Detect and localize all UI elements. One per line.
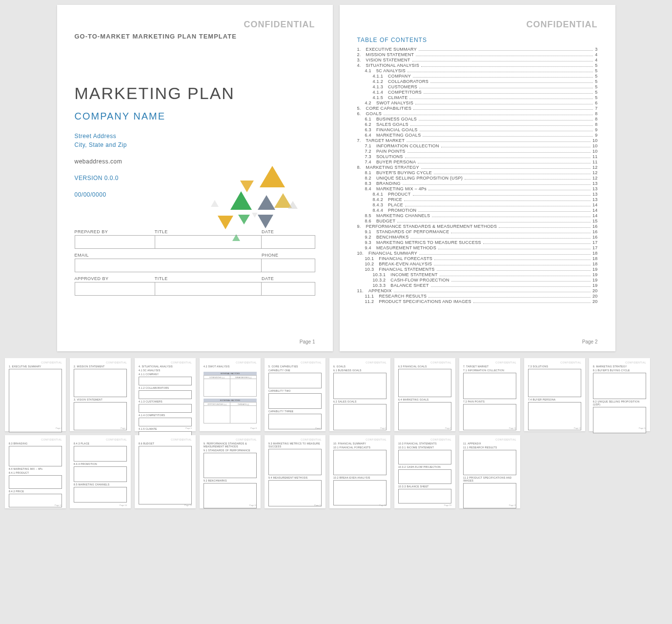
thumb-page-number: Page 16: [249, 504, 257, 506]
toc-label: INFORMATION COLLECTION: [376, 143, 439, 148]
toc-entry[interactable]: 2.MISSION STATEMENT4: [357, 52, 598, 57]
toc-leader: [424, 93, 593, 94]
toc-entry[interactable]: 11.2PRODUCT SPECIFICATIONS AND IMAGES20: [357, 299, 598, 304]
toc-leader: [394, 292, 591, 292]
page-thumbnail[interactable]: CONFIDENTIAL10.3 FINANCIAL STATEMENTS10.…: [394, 435, 455, 508]
toc-entry[interactable]: 8.4.3PLACE14: [357, 202, 598, 207]
page-thumbnail[interactable]: CONFIDENTIAL4.2 SWOT ANALYSISINTERNAL FA…: [200, 358, 261, 431]
toc-entry[interactable]: 10.3.2CASH-FLOW PROJECTION19: [357, 277, 598, 282]
thumb-page-number: Page 17: [314, 504, 322, 506]
page-thumbnail[interactable]: CONFIDENTIAL9.3 MARKETING METRICS TO MEA…: [265, 435, 326, 508]
page-thumbnail[interactable]: CONFIDENTIAL8.6 BUDGETPage 15: [135, 435, 196, 508]
page-thumbnail[interactable]: CONFIDENTIAL11. APPENDIX11.1 RESEARCH RE…: [459, 435, 520, 508]
page-thumbnail[interactable]: CONFIDENTIAL6.3 FINANCIAL GOALS6.4 MARKE…: [394, 358, 455, 431]
toc-entry[interactable]: 4.1.5CLIMATE5: [357, 95, 598, 100]
toc-entry[interactable]: 8.3BRANDING13: [357, 181, 598, 186]
toc-entry[interactable]: 9.PERFORMANCE STANDARDS & MEASUREMENT ME…: [357, 223, 598, 229]
page-thumbnail[interactable]: CONFIDENTIAL1. EXECUTIVE SUMMARYPage 3: [5, 358, 66, 431]
toc-entry[interactable]: 8.4MARKETING MIX – 4Ps13: [357, 186, 598, 191]
toc-entry[interactable]: 8.2UNIQUE SELLING PROPOSITION (USP)12: [357, 175, 598, 181]
toc-entry[interactable]: 8.1BUYER'S BUYING CYCLE12: [357, 170, 598, 175]
page-thumbnail[interactable]: CONFIDENTIAL6. GOALS6.1 BUSINESS GOALS6.…: [329, 358, 390, 431]
toc-entry[interactable]: 8.5MARKETING CHANNELS14: [357, 213, 598, 218]
toc-entry[interactable]: 8.MARKETING STRATEGY12: [357, 164, 598, 170]
toc-entry[interactable]: 4.1.4COMPETITORS5: [357, 89, 598, 95]
page-thumbnail[interactable]: CONFIDENTIAL7. TARGET MARKET7.1 INFORMAT…: [459, 358, 520, 431]
page-thumbnail[interactable]: CONFIDENTIAL10. FINANCIAL SUMMARY10.1 FI…: [329, 435, 390, 508]
toc-entry[interactable]: 4.SITUATIONAL ANALYSIS5: [357, 62, 598, 68]
toc-entry[interactable]: 7.3SOLUTIONS11: [357, 154, 598, 159]
toc-page: 16: [592, 235, 598, 240]
page-thumbnail[interactable]: CONFIDENTIAL2. MISSION STATEMENT3. VISIO…: [70, 358, 131, 431]
toc-entry[interactable]: 8.4.2PRICE13: [357, 197, 598, 202]
toc-entry[interactable]: 7.4BUYER PERSONA11: [357, 159, 598, 164]
toc-label: BUYER'S BUYING CYCLE: [376, 170, 432, 175]
toc-leader: [415, 104, 593, 104]
toc-entry[interactable]: 11.APPENDIX20: [357, 288, 598, 293]
prepared-by-input[interactable]: [75, 235, 155, 249]
toc-label: INCOME STATEMENT: [390, 272, 437, 277]
toc-entry[interactable]: 9.4MEASUREMENT METHODS17: [357, 245, 598, 250]
toc-entry[interactable]: 9.3MARKETING METRICS TO MEASURE SUCCESS1…: [357, 240, 598, 245]
toc-number: 6.3: [365, 127, 371, 132]
toc-entry[interactable]: 7.TARGET MARKET10: [357, 138, 598, 143]
toc-entry[interactable]: 10.3FINANCIAL STATEMENTS19: [357, 266, 598, 272]
page-thumbnail[interactable]: CONFIDENTIAL8.4.3 PLACE8.4.4 PROMOTION8.…: [70, 435, 131, 508]
document-title: MARKETING PLAN: [75, 84, 315, 103]
toc-entry[interactable]: 4.1.2COLLABORATORS5: [357, 79, 598, 84]
toc-entry[interactable]: 9.1STANDARDS OF PERFORMANCE16: [357, 229, 598, 234]
toc-page: 8: [595, 111, 597, 116]
page-thumbnail[interactable]: CONFIDENTIAL9. PERFORMANCE STANDARDS & M…: [200, 435, 261, 508]
thumb-heading: 9.4 MEASUREMENT METHODS: [268, 476, 322, 479]
title-input-2[interactable]: [155, 282, 262, 296]
toc-leader: [451, 281, 591, 282]
toc-page: 14: [592, 213, 598, 218]
thumb-page-number: Page 9: [445, 427, 451, 429]
toc-entry[interactable]: 8.4.4PROMOTION14: [357, 207, 598, 213]
toc-entry[interactable]: 8.4.1PRODUCT13: [357, 191, 598, 197]
toc-entry[interactable]: 4.2SWOT ANALYSIS6: [357, 100, 598, 105]
page-thumbnail[interactable]: CONFIDENTIAL5. CORE CAPABILITIESCAPABILI…: [265, 358, 326, 431]
phone-input[interactable]: [262, 259, 315, 272]
toc-entry[interactable]: 6.GOALS8: [357, 111, 598, 116]
thumb-heading: 10. FINANCIAL SUMMARY: [333, 442, 387, 445]
toc-entry[interactable]: 7.1INFORMATION COLLECTION10: [357, 143, 598, 148]
toc-entry[interactable]: 5.CORE CAPABILITIES7: [357, 105, 598, 111]
thumb-heading: 6.4 MARKETING GOALS: [398, 398, 451, 401]
page-thumbnail[interactable]: CONFIDENTIAL7.3 SOLUTIONS7.4 BUYER PERSO…: [524, 358, 585, 431]
approved-by-input[interactable]: [75, 282, 155, 296]
toc-entry[interactable]: 6.3FINANCIAL GOALS9: [357, 127, 598, 132]
toc-number: 9.4: [365, 245, 371, 250]
page-thumbnail[interactable]: CONFIDENTIAL8.3 BRANDING8.4 MARKETING MI…: [5, 435, 66, 508]
thumb-content-box: [463, 373, 516, 399]
toc-label: PRODUCT SPECIFICATIONS AND IMAGES: [379, 299, 471, 304]
toc-entry[interactable]: 10.FINANCIAL SUMMARY18: [357, 250, 598, 256]
confidential-watermark: CONFIDENTIAL: [139, 438, 192, 441]
thumb-heading: 1. EXECUTIVE SUMMARY: [9, 365, 62, 368]
toc-entry[interactable]: 6.2SALES GOALS8: [357, 121, 598, 127]
toc-entry[interactable]: 1.EXECUTIVE SUMMARY3: [357, 46, 598, 52]
date-input-2[interactable]: [262, 282, 315, 296]
toc-number: 10.1: [365, 256, 374, 261]
toc-entry[interactable]: 10.2BREAK-EVEN ANALYSIS18: [357, 261, 598, 266]
toc-entry[interactable]: 6.4MARKETING GOALS9: [357, 132, 598, 138]
toc-entry[interactable]: 10.1FINANCIAL FORECASTS18: [357, 256, 598, 261]
toc-entry[interactable]: 7.2PAIN POINTS10: [357, 148, 598, 154]
toc-entry[interactable]: 10.3.3BALANCE SHEET19: [357, 282, 598, 288]
toc-entry[interactable]: 11.1RESEARCH RESULTS20: [357, 293, 598, 299]
toc-number: 6.1: [365, 117, 371, 121]
toc-entry[interactable]: 9.2BENCHMARKS16: [357, 234, 598, 240]
toc-page: 8: [595, 122, 597, 127]
page-thumbnail[interactable]: CONFIDENTIAL4. SITUATIONAL ANALYSIS4.1 5…: [135, 358, 196, 431]
toc-entry[interactable]: 4.15C ANALYSIS5: [357, 68, 598, 73]
toc-entry[interactable]: 4.1.3CUSTOMERS5: [357, 84, 598, 89]
toc-entry[interactable]: 6.1BUSINESS GOALS8: [357, 116, 598, 121]
thumb-content-box: [333, 373, 387, 399]
toc-entry[interactable]: 8.6BUDGET15: [357, 218, 598, 223]
email-input[interactable]: [75, 259, 262, 272]
toc-entry[interactable]: 10.3.1INCOME STATEMENT19: [357, 272, 598, 277]
page-thumbnail[interactable]: CONFIDENTIAL8. MARKETING STRATEGY8.1 BUY…: [589, 358, 650, 431]
thumb-content-box: [398, 369, 451, 397]
toc-entry[interactable]: 4.1.1COMPANY5: [357, 73, 598, 79]
toc-entry[interactable]: 3.VISION STATEMENT4: [357, 57, 598, 62]
